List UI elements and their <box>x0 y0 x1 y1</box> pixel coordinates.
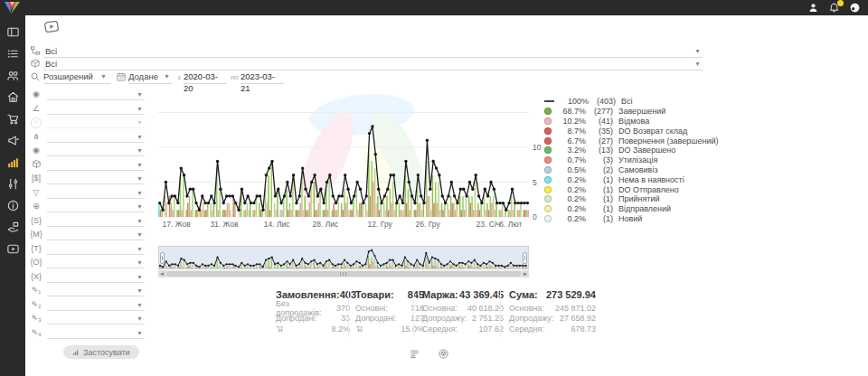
x-tick-label: 12. Гру <box>368 220 392 229</box>
legend-item[interactable]: 0.2%(1)Відправлений <box>544 204 719 214</box>
legend-item[interactable]: 0.7%(3)Утилізація <box>544 155 719 165</box>
legend-item[interactable]: 100%(403)Всі <box>544 97 719 107</box>
filter-row-tag-t: {T}▼ <box>30 243 145 256</box>
filter-select[interactable]: ▼ <box>47 131 145 143</box>
filter-select[interactable]: ▼ <box>47 201 145 212</box>
filter-select[interactable]: ▼ <box>47 313 145 324</box>
filter-select[interactable]: ▼ <box>47 257 145 268</box>
chevron-down-icon: ▼ <box>137 105 143 113</box>
tag-s-icon: {S} <box>30 215 42 226</box>
legend-item[interactable]: 10.2%(41)Відмова <box>544 117 719 127</box>
date-from-input[interactable]: 2020-03-20 <box>184 70 227 84</box>
legend-item[interactable]: 3.2%(13)DO Завершено <box>544 146 719 155</box>
date-to-label: по <box>231 73 239 81</box>
tag-x-icon: {X} <box>30 271 42 282</box>
scroll-right-arrow[interactable]: ► <box>522 270 529 277</box>
chevron-down-icon: ▼ <box>694 60 701 68</box>
avatar-icon[interactable] <box>849 2 861 14</box>
date-to-input[interactable]: 2023-03-21 <box>241 70 284 84</box>
filter-select[interactable]: ▼ <box>47 173 145 184</box>
orders-chart[interactable] <box>158 86 529 221</box>
filter-row-payment: [$]▼ <box>30 173 145 185</box>
search-mode-select[interactable]: Розширений ▼ <box>43 70 110 84</box>
megaphone-icon[interactable] <box>6 134 20 147</box>
filter-select[interactable]: ▼ <box>47 327 145 339</box>
legend-label: Прийнятий <box>618 194 660 203</box>
hierarchy-icon: ⋔ <box>30 131 42 142</box>
filter-select[interactable]: ▼ <box>47 271 145 283</box>
x-tick-label: 23. Січ <box>476 220 501 229</box>
filter-select[interactable]: ▼ <box>47 229 145 240</box>
stat-sub-value: 245 871.02 <box>555 304 596 313</box>
chart-legend: 100%(403)Всі68.7%(277)Завершений10.2%(41… <box>544 97 719 223</box>
legend-percent: 6.7% <box>556 136 586 146</box>
scrollbar-thumb[interactable] <box>166 271 521 277</box>
analytics-page: Всі ▼ Всі ▼ Розширений ▼ 17 Додане ▼ з 2… <box>0 0 868 376</box>
help-circle-icon: ? <box>30 117 42 128</box>
info-icon[interactable] <box>6 199 20 212</box>
navigator-left-handle[interactable] <box>160 252 165 264</box>
bell-icon[interactable] <box>828 2 840 14</box>
filter-select[interactable]: ▼ <box>47 159 145 171</box>
category-filter[interactable]: Всі ▼ <box>30 45 703 58</box>
filter-select[interactable]: ▼ <box>47 103 145 115</box>
scroll-left-arrow[interactable]: ◄ <box>158 270 165 277</box>
legend-item[interactable]: 68.7%(277)Завершений <box>544 107 719 117</box>
dashboard-icon[interactable] <box>6 25 20 39</box>
orders-list-icon[interactable] <box>6 47 20 61</box>
filter-select[interactable]: ▼ <box>47 243 145 255</box>
legend-item[interactable]: 0.2%(1)DO Отправлено <box>544 184 719 194</box>
date-field-select[interactable]: Додане ▼ <box>128 70 172 84</box>
filter-select[interactable]: ▼ <box>47 285 145 296</box>
store-icon[interactable] <box>6 90 20 104</box>
navigator-scrollbar[interactable]: ◄ ► <box>158 270 529 277</box>
legend-label: Новий <box>618 214 642 223</box>
filter-select[interactable]: ▼ <box>47 117 145 128</box>
legend-swatch <box>544 156 552 164</box>
clients-icon[interactable] <box>6 69 20 82</box>
filter-row-note-1: ✎₁▼ <box>30 285 145 297</box>
legend-label: Відмова <box>618 117 649 126</box>
stat-sub-label: Основні: <box>355 304 388 313</box>
bar-chart-icon <box>72 349 80 356</box>
video-icon[interactable] <box>6 242 20 256</box>
stat-sub-value: 8.2% <box>331 324 350 334</box>
filter-select[interactable]: ▼ <box>47 187 145 199</box>
package-circle-icon[interactable] <box>438 348 449 360</box>
sliders-icon[interactable] <box>6 177 20 191</box>
legend-swatch <box>544 137 552 145</box>
stat-sub-label: Основна: <box>509 304 544 313</box>
legend-percent: 100% <box>559 97 589 106</box>
filter-select[interactable]: ▼ <box>47 299 145 311</box>
video-tutorial-icon[interactable] <box>41 17 62 35</box>
chevron-down-icon: ▼ <box>137 133 143 141</box>
date-field-value: Додане <box>128 71 158 81</box>
app-logo-icon[interactable] <box>3 1 22 14</box>
legend-item[interactable]: 0.2%(1)Новий <box>544 214 719 224</box>
filter-select[interactable]: ▼ <box>47 89 145 100</box>
legend-item[interactable]: 0.5%(2)Самовивіз <box>544 165 719 175</box>
stat-title: Сума: <box>509 289 538 303</box>
legend-label: Нема в наявності <box>618 175 684 184</box>
chevron-down-icon: ▼ <box>137 146 143 155</box>
filter-select[interactable]: ▼ <box>47 145 145 156</box>
chart-navigator[interactable] <box>158 246 529 269</box>
navigator-right-handle[interactable] <box>523 252 527 264</box>
user-icon[interactable] <box>807 2 819 14</box>
legend-item[interactable]: 0.2%(1)Прийнятий <box>544 194 719 204</box>
filter-select[interactable]: ▼ <box>47 215 145 227</box>
legend-swatch <box>544 118 552 125</box>
analytics-icon[interactable] <box>6 155 20 169</box>
legend-percent: 0.2% <box>556 214 586 223</box>
apply-button[interactable]: Застосувати <box>63 345 139 359</box>
sphere-icon: ◉ <box>30 89 42 99</box>
product-filter[interactable]: Всі ▼ <box>30 58 703 70</box>
chevron-down-icon: ▼ <box>137 174 143 183</box>
hand-box-icon[interactable] <box>6 221 20 234</box>
legend-item[interactable]: 0.2%(1)Нема в наявності <box>544 174 719 184</box>
area-chart-icon: ∠ <box>30 103 42 114</box>
summary-list-icon[interactable] <box>409 348 420 360</box>
cart-icon[interactable] <box>6 112 20 126</box>
legend-item[interactable]: 8.7%(35)DO Возврат склад <box>544 126 719 136</box>
legend-item[interactable]: 6.7%(27)Повернення (завершений) <box>544 136 719 146</box>
